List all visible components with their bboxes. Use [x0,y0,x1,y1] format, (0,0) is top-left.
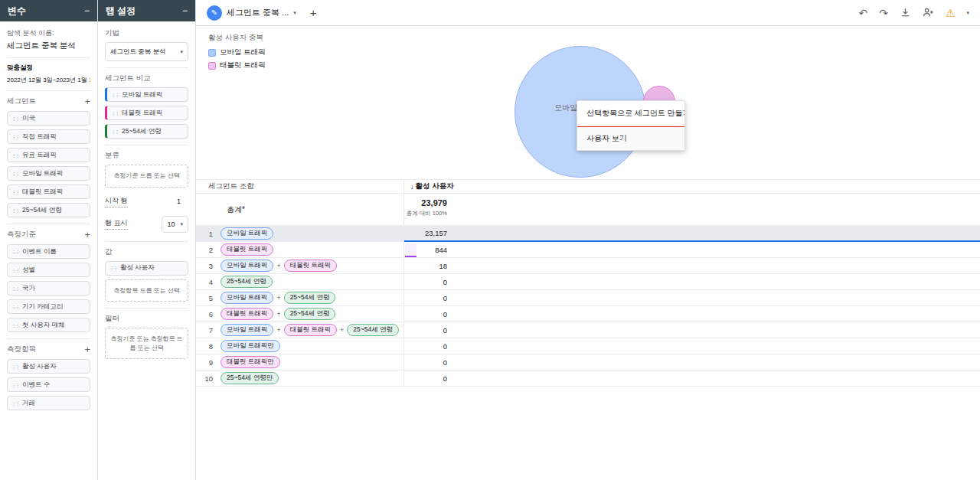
table-row[interactable]: 3모바일 트래픽+태블릿 트래픽18 [196,258,980,274]
segment-chip[interactable]: 25~54세 연령만 [220,372,279,384]
row-value-cell: 0 [404,338,980,354]
metrics-section: 측정항목+⋮⋮활성 사용자⋮⋮이벤트 수⋮⋮거래 [7,338,90,410]
segments-item-label: 유료 트래픽 [22,151,57,160]
table-row[interactable]: 425~54세 연령0 [196,274,980,290]
warning-icon[interactable]: ⚠ [946,8,956,18]
row-value: 18 [404,262,447,270]
table-row[interactable]: 9태블릿 트래픽만0 [196,354,980,371]
segment-comparison-item[interactable]: ⋮⋮모바일 트래픽 [105,87,188,102]
dimensions-item[interactable]: ⋮⋮이벤트 이름 [7,244,90,259]
total-cell: 23,979 총계 대비 100% [404,194,980,225]
dimensions-add-button[interactable]: + [84,230,90,240]
segments-item[interactable]: ⋮⋮모바일 트래픽 [7,166,90,181]
technique-label: 기법 [105,28,188,38]
redo-icon[interactable]: ↷ [879,8,888,18]
breakdown-dropzone[interactable]: 측정기준 드롭 또는 선택 [105,165,188,188]
row-number: 5 [196,294,213,302]
segments-item[interactable]: ⋮⋮25~54세 연령 [7,203,90,217]
segment-chip[interactable]: 태블릿 트래픽만 [220,356,280,368]
table-row[interactable]: 1025~54세 연령만0 [196,371,980,387]
legend-items: 모바일 트래픽태블릿 트래픽 [208,47,266,70]
dimensions-section-header: 측정기준+ [7,230,90,240]
segments-section-header: 세그먼트+ [7,96,90,106]
minimize-variables-icon[interactable]: − [84,5,90,16]
metrics-item[interactable]: ⋮⋮거래 [7,396,90,410]
segment-chip[interactable]: 태블릿 트래픽 [284,260,337,272]
segments-item[interactable]: ⋮⋮미국 [7,111,90,126]
row-segment-cell: 425~54세 연령 [196,274,404,290]
segment-comparison-item-label: 25~54세 연령 [122,127,162,136]
minimize-tab-settings-icon[interactable]: − [182,5,188,16]
metrics-item[interactable]: ⋮⋮이벤트 수 [7,377,90,392]
values-section: 값 ⋮⋮활성 사용자 측정항목 드롭 또는 선택 [105,241,188,302]
segments-item[interactable]: ⋮⋮태블릿 트래픽 [7,184,90,199]
row-number: 2 [196,246,213,254]
values-dropzone[interactable]: 측정항목 드롭 또는 선택 [105,279,188,302]
chevron-down-icon: ▾ [293,10,296,16]
segments-item[interactable]: ⋮⋮유료 트래픽 [7,148,90,162]
menu-item-create-segment[interactable]: 선택항목으로 세그먼트 만들기 [577,101,684,126]
segment-chip[interactable]: 모바일 트래픽 [220,227,273,240]
table-row[interactable]: 2태블릿 트래픽844 [196,242,980,258]
technique-select[interactable]: 세그먼트 중복 분석 ▾ [105,42,188,61]
date-range-selector[interactable]: 2022년 12월 3일~2023년 1월 1일 ▾ [7,76,90,84]
segment-chip[interactable]: 모바일 트래픽 [220,292,273,304]
segments-item-label: 태블릿 트래픽 [22,188,63,197]
download-icon[interactable] [900,7,911,18]
menu-item-view-users[interactable]: 사용자 보기 [577,126,684,150]
add-tab-button[interactable]: + [310,6,317,19]
chevron-down-icon[interactable]: ▾ [966,10,969,16]
segment-chip[interactable]: 25~54세 연령 [284,308,336,320]
segment-chip[interactable]: 25~54세 연령 [284,292,336,304]
toolbar: ↶ ↷ ⚠ ▾ [858,7,969,18]
dimensions-item[interactable]: ⋮⋮기기 카테고리 [7,299,90,314]
segment-comparison-item[interactable]: ⋮⋮태블릿 트래픽 [105,106,188,120]
chip-group: 모바일 트래픽만 [220,340,280,352]
segment-comparison-section: 세그먼트 비교 ⋮⋮모바일 트래픽⋮⋮태블릿 트래픽⋮⋮25~54세 연령 [105,67,188,139]
table-row[interactable]: 1모바일 트래픽23,157 [196,226,980,242]
technique-value: 세그먼트 중복 분석 [110,47,166,57]
row-segment-cell: 7모바일 트래픽+태블릿 트래픽+25~54세 연령 [196,322,404,338]
row-segment-cell: 1025~54세 연령만 [196,371,404,387]
segment-comparison-item[interactable]: ⋮⋮25~54세 연령 [105,124,188,139]
metrics-add-button[interactable]: + [84,344,90,354]
legend-label: 태블릿 트래픽 [220,60,266,70]
column-header-segment-combination[interactable]: 세그먼트 조합 [196,180,404,193]
tab-segment-overlap[interactable]: ✎ 세그먼트 중복 ... ▾ [207,5,296,21]
row-value: 0 [404,310,447,318]
row-number: 1 [196,230,213,238]
legend-item: 태블릿 트래픽 [208,60,266,70]
chip-group: 25~54세 연령만 [220,372,279,384]
dimensions-item[interactable]: ⋮⋮첫 사용자 매체 [7,318,90,332]
metrics-item[interactable]: ⋮⋮활성 사용자 [7,359,90,374]
segment-chip[interactable]: 25~54세 연령 [220,276,273,288]
show-rows-select[interactable]: 10 ▾ [162,216,188,233]
values-item[interactable]: ⋮⋮활성 사용자 [105,261,188,276]
exploration-name-input[interactable]: 세그먼트 중복 분석 [7,41,90,51]
row-value-cell: 0 [404,371,980,387]
table-row[interactable]: 6태블릿 트래픽+25~54세 연령0 [196,306,980,322]
row-number: 8 [196,342,213,351]
segments-add-button[interactable]: + [84,96,90,106]
dimensions-item[interactable]: ⋮⋮국가 [7,281,90,296]
row-number: 6 [196,310,213,318]
undo-icon[interactable]: ↶ [858,8,867,18]
segments-item[interactable]: ⋮⋮직접 트래픽 [7,129,90,144]
segment-chip[interactable]: 모바일 트래픽 [220,324,273,336]
segment-chip[interactable]: 태블릿 트래픽 [284,324,337,336]
segment-chip[interactable]: 모바일 트래픽 [220,260,273,272]
segment-chip[interactable]: 태블릿 트래픽 [220,243,273,256]
dimensions-item[interactable]: ⋮⋮성별 [7,263,90,277]
table-row[interactable]: 7모바일 트래픽+태블릿 트래픽+25~54세 연령0 [196,322,980,338]
segment-chip[interactable]: 25~54세 연령 [347,324,399,336]
segment-chip[interactable]: 모바일 트래픽만 [220,340,280,352]
drag-handle-icon: ⋮⋮ [11,135,19,139]
start-row-value[interactable]: 1 [177,198,188,205]
segment-chip[interactable]: 태블릿 트래픽 [220,308,273,320]
table-row[interactable]: 8모바일 트래픽만0 [196,338,980,354]
table-row[interactable]: 5모바일 트래픽+25~54세 연령0 [196,290,980,306]
row-segment-cell: 8모바일 트래픽만 [196,338,404,354]
share-users-icon[interactable] [923,7,934,18]
column-header-active-users[interactable]: ↓ 활성 사용자 [404,180,980,193]
filters-dropzone[interactable]: 측정기준 또는 측정항목 드롭 또는 선택 [105,328,188,359]
